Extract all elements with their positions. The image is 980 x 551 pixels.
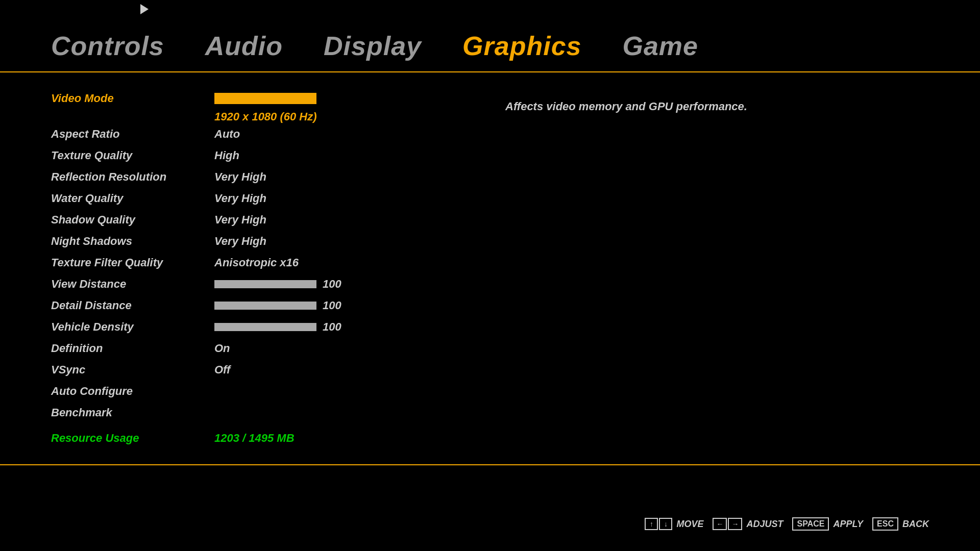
video-mode-bar <box>214 93 316 104</box>
back-label: BACK <box>902 519 929 530</box>
move-arrow-keys: ↑ ↓ <box>645 518 672 530</box>
info-panel: Affects video memory and GPU performance… <box>505 88 929 449</box>
info-text: Affects video memory and GPU performance… <box>505 100 929 113</box>
water-quality-value: Very High <box>214 192 266 205</box>
detail-distance-slider[interactable] <box>214 302 316 310</box>
texture-filter-quality-value: Anisotropic x16 <box>214 256 299 269</box>
footer: ↑ ↓ MOVE ← → ADJUST SPACE APPLY ESC BACK <box>645 517 929 531</box>
down-arrow-icon: ↓ <box>659 518 672 530</box>
setting-row-texture-quality[interactable]: Texture Quality High <box>51 145 475 166</box>
right-arrow-icon: → <box>728 518 742 530</box>
setting-row-vsync[interactable]: VSync Off <box>51 359 475 381</box>
setting-row-shadow-quality[interactable]: Shadow Quality Very High <box>51 209 475 231</box>
definition-label: Definition <box>51 342 214 355</box>
view-distance-value: 100 <box>323 278 341 291</box>
setting-row-aspect-ratio[interactable]: Aspect Ratio Auto <box>51 123 475 145</box>
vsync-label: VSync <box>51 363 214 377</box>
aspect-ratio-value: Auto <box>214 128 240 141</box>
bottom-divider <box>0 464 980 465</box>
vehicle-density-slider[interactable] <box>214 323 316 331</box>
benchmark-label: Benchmark <box>51 406 214 419</box>
auto-configure-label: Auto Configure <box>51 385 214 398</box>
settings-panel: Video Mode 980 x 551 (60 Hz) Aspect Ra… <box>51 88 475 449</box>
move-group: ↑ ↓ MOVE <box>645 518 703 530</box>
night-shadows-label: Night Shadows <box>51 235 214 248</box>
vehicle-density-label: Vehicle Density <box>51 320 214 334</box>
content-area: Video Mode 980 x 551 (60 Hz) Aspect Ra… <box>0 72 980 464</box>
night-shadows-value: Very High <box>214 235 266 248</box>
view-distance-label: View Distance <box>51 278 214 291</box>
nav-controls[interactable]: Controls <box>51 31 164 61</box>
setting-row-definition[interactable]: Definition On <box>51 338 475 359</box>
texture-filter-quality-label: Texture Filter Quality <box>51 256 214 269</box>
shadow-quality-value: Very High <box>214 213 266 227</box>
resource-usage-value: 1203 / 1495 MB <box>214 432 295 445</box>
detail-distance-fill <box>214 302 316 310</box>
detail-distance-slider-container: 100 <box>214 299 341 312</box>
setting-row-view-distance[interactable]: View Distance 100 <box>51 273 475 295</box>
video-mode-resolution: 980 x 551 (60 Hz) <box>214 110 475 123</box>
reflection-resolution-label: Reflection Resolution <box>51 170 214 184</box>
video-mode-label: Video Mode <box>51 92 214 105</box>
setting-row-reflection-resolution[interactable]: Reflection Resolution Very High <box>51 166 475 188</box>
nav-graphics[interactable]: Graphics <box>462 31 581 61</box>
shadow-quality-label: Shadow Quality <box>51 213 214 227</box>
cursor <box>140 4 149 14</box>
view-distance-fill <box>214 280 316 288</box>
reflection-resolution-value: Very High <box>214 170 266 184</box>
nav-game[interactable]: Game <box>622 31 698 61</box>
back-group: ESC BACK <box>872 517 929 531</box>
aspect-ratio-label: Aspect Ratio <box>51 128 214 141</box>
adjust-group: ← → ADJUST <box>713 518 783 530</box>
detail-distance-value: 100 <box>323 299 341 312</box>
nav-display[interactable]: Display <box>324 31 422 61</box>
view-distance-slider[interactable] <box>214 280 316 288</box>
setting-row-detail-distance[interactable]: Detail Distance 100 <box>51 295 475 316</box>
setting-row-auto-configure[interactable]: Auto Configure <box>51 381 475 402</box>
resource-usage-row: Resource Usage 1203 / 1495 MB <box>51 423 475 449</box>
apply-label: APPLY <box>833 519 863 530</box>
video-mode-row[interactable]: Video Mode <box>51 88 475 109</box>
setting-row-vehicle-density[interactable]: Vehicle Density 100 <box>51 316 475 338</box>
adjust-label: ADJUST <box>746 519 783 530</box>
resource-usage-label: Resource Usage <box>51 432 214 445</box>
water-quality-label: Water Quality <box>51 192 214 205</box>
setting-row-night-shadows[interactable]: Night Shadows Very High <box>51 231 475 252</box>
up-arrow-icon: ↑ <box>645 518 658 530</box>
adjust-arrow-keys: ← → <box>713 518 742 530</box>
left-arrow-icon: ← <box>713 518 727 530</box>
texture-quality-label: Texture Quality <box>51 149 214 162</box>
setting-row-benchmark[interactable]: Benchmark <box>51 402 475 423</box>
definition-value: On <box>214 342 230 355</box>
vsync-value: Off <box>214 363 230 377</box>
detail-distance-label: Detail Distance <box>51 299 214 312</box>
vehicle-density-fill <box>214 323 316 331</box>
setting-row-water-quality[interactable]: Water Quality Very High <box>51 188 475 209</box>
vehicle-density-slider-container: 100 <box>214 320 341 334</box>
esc-key: ESC <box>872 517 898 531</box>
nav-audio[interactable]: Audio <box>205 31 283 61</box>
vehicle-density-value: 100 <box>323 320 341 334</box>
move-label: MOVE <box>676 519 703 530</box>
apply-group: SPACE APPLY <box>792 517 863 531</box>
space-key: SPACE <box>792 517 829 531</box>
view-distance-slider-container: 100 <box>214 278 341 291</box>
texture-quality-value: High <box>214 149 239 162</box>
setting-row-texture-filter-quality[interactable]: Texture Filter Quality Anisotropic x16 <box>51 252 475 273</box>
